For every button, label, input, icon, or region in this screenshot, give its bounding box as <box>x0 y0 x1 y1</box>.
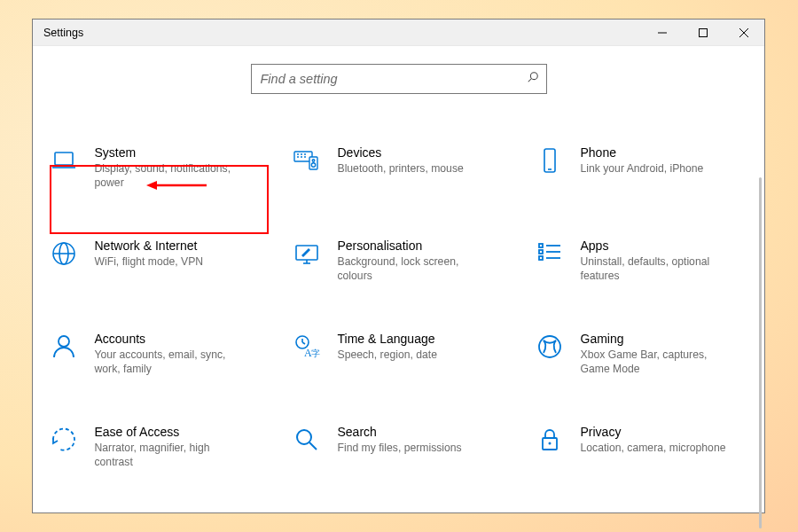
svg-rect-1 <box>700 28 708 36</box>
tile-sub: Location, camera, microphone <box>581 441 726 455</box>
search-box[interactable] <box>251 64 547 94</box>
tile-title: System <box>95 145 246 160</box>
tile-sub: Speech, region, date <box>338 348 437 362</box>
vertical-scrollbar[interactable] <box>759 177 762 528</box>
maximize-button[interactable] <box>683 20 724 46</box>
xbox-icon <box>535 332 565 362</box>
time-language-icon: A字 <box>292 332 322 362</box>
svg-rect-6 <box>55 153 73 165</box>
keyboard-speaker-icon <box>292 145 322 176</box>
tile-title: Ease of Access <box>95 425 246 439</box>
search-wrap <box>33 64 764 94</box>
svg-rect-28 <box>539 256 543 260</box>
category-grid: System Display, sound, notifications, po… <box>33 94 764 473</box>
svg-rect-18 <box>544 149 555 172</box>
lock-icon <box>535 425 565 455</box>
tile-sub: Background, lock screen, colours <box>338 254 489 284</box>
tile-title: Gaming <box>581 332 732 346</box>
svg-point-42 <box>548 442 551 444</box>
tile-system[interactable]: System Display, sound, notifications, po… <box>45 142 267 194</box>
tile-title: Time & Language <box>338 332 437 346</box>
ease-of-access-icon <box>49 425 79 455</box>
tile-search[interactable]: Search Find my files, permissions <box>288 421 510 473</box>
svg-rect-26 <box>539 244 543 247</box>
tile-sub: Link your Android, iPhone <box>581 161 704 176</box>
titlebar: Settings <box>33 20 764 46</box>
tile-title: Devices <box>338 145 464 160</box>
tile-sub: Display, sound, notifications, power <box>95 161 246 191</box>
tile-sub: Find my files, permissions <box>338 441 462 455</box>
globe-icon <box>49 239 79 269</box>
magnifier-icon <box>292 425 322 455</box>
tile-sub: Your accounts, email, sync, work, family <box>95 348 246 377</box>
tile-privacy[interactable]: Privacy Location, camera, microphone <box>531 421 753 473</box>
tile-personalisation[interactable]: Personalisation Background, lock screen,… <box>288 235 510 287</box>
svg-point-32 <box>59 336 69 347</box>
tile-title: Privacy <box>581 425 726 439</box>
tile-title: Personalisation <box>338 239 489 253</box>
svg-text:字: 字 <box>311 348 320 358</box>
tile-phone[interactable]: Phone Link your Android, iPhone <box>531 142 753 194</box>
svg-line-40 <box>309 442 317 450</box>
search-icon <box>527 71 539 87</box>
laptop-icon <box>49 145 79 176</box>
person-icon <box>49 332 79 362</box>
phone-icon <box>535 145 565 176</box>
tile-apps[interactable]: Apps Uninstall, defaults, optional featu… <box>531 235 753 287</box>
svg-point-39 <box>297 430 311 444</box>
apps-list-icon <box>535 239 565 269</box>
tile-title: Search <box>338 425 462 439</box>
tile-time-language[interactable]: A字 Time & Language Speech, region, date <box>288 328 510 380</box>
tile-sub: Bluetooth, printers, mouse <box>338 161 464 176</box>
tile-gaming[interactable]: Gaming Xbox Game Bar, captures, Game Mod… <box>531 328 753 380</box>
tile-title: Apps <box>581 239 732 253</box>
svg-line-5 <box>528 79 531 82</box>
tile-sub: Narrator, magnifier, high contrast <box>95 441 246 470</box>
svg-rect-27 <box>539 250 543 254</box>
tile-ease-of-access[interactable]: Ease of Access Narrator, magnifier, high… <box>45 421 267 473</box>
tile-title: Phone <box>581 145 704 160</box>
tile-sub: Xbox Game Bar, captures, Game Mode <box>581 348 732 377</box>
settings-window: Settings Sys <box>32 19 765 513</box>
paint-monitor-icon <box>292 239 322 269</box>
content-area: System Display, sound, notifications, po… <box>33 46 764 512</box>
minimize-button[interactable] <box>642 20 683 46</box>
window-title: Settings <box>43 27 83 39</box>
tile-sub: WiFi, flight mode, VPN <box>95 254 204 269</box>
svg-line-35 <box>302 342 305 344</box>
svg-point-4 <box>530 73 537 80</box>
svg-point-38 <box>539 336 560 357</box>
tile-accounts[interactable]: Accounts Your accounts, email, sync, wor… <box>45 328 267 380</box>
tile-sub: Uninstall, defaults, optional features <box>581 254 732 284</box>
tile-title: Network & Internet <box>95 239 204 253</box>
tile-title: Accounts <box>95 332 246 346</box>
tile-devices[interactable]: Devices Bluetooth, printers, mouse <box>288 142 510 194</box>
tile-network[interactable]: Network & Internet WiFi, flight mode, VP… <box>45 235 267 287</box>
close-button[interactable] <box>724 20 764 46</box>
search-input[interactable] <box>252 65 546 93</box>
